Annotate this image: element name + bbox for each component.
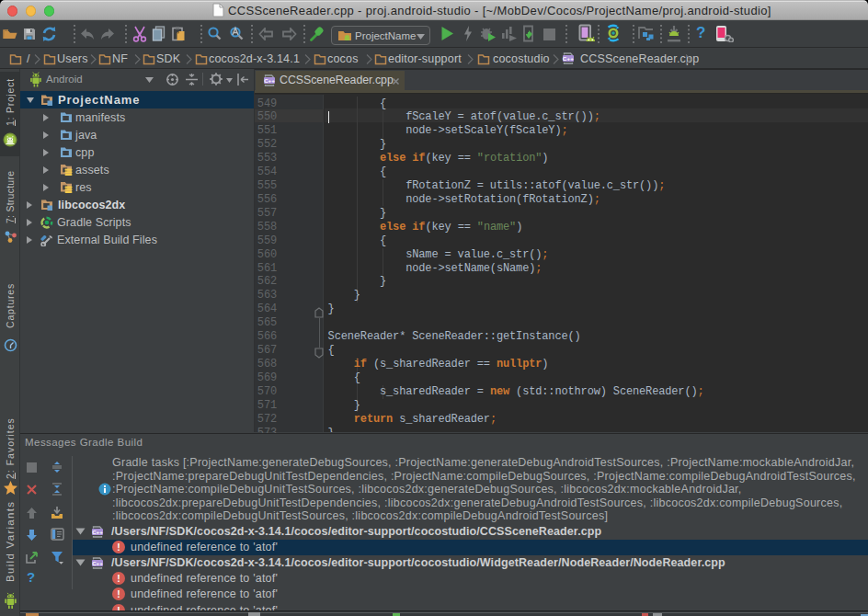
svg-text:C++: C++ xyxy=(563,55,574,62)
svg-text:C++: C++ xyxy=(92,560,103,566)
svg-text:C++: C++ xyxy=(264,77,275,84)
svg-text:C++: C++ xyxy=(92,529,103,535)
